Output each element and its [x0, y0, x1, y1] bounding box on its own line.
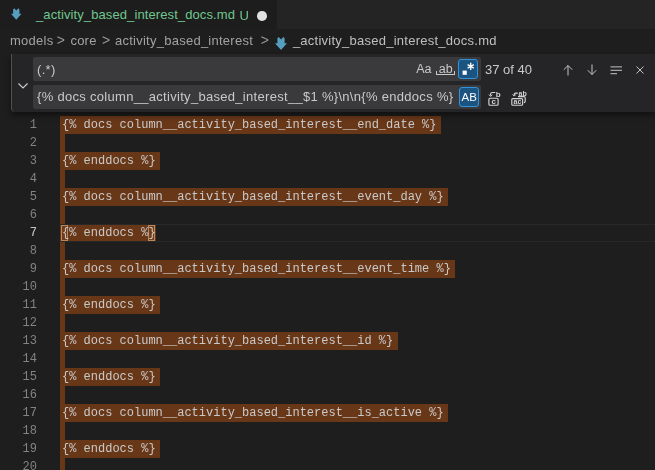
svg-text:ac: ac [513, 98, 521, 105]
svg-text:ab: ab [518, 90, 526, 97]
svg-text:b: b [496, 90, 501, 99]
svg-text:c: c [492, 96, 497, 105]
